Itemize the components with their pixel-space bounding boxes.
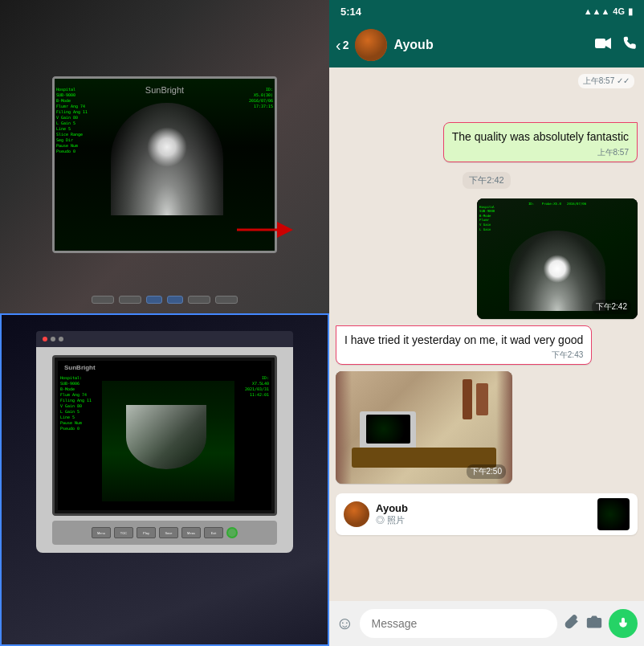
- avatar-image: [355, 29, 387, 61]
- avatar: [355, 29, 387, 61]
- contact-preview-info: Ayoub ◎ 照片: [376, 502, 408, 526]
- message-time-1: 上午8:57: [452, 147, 629, 158]
- top-ultrasound-photo: SunBright Hospital SUB-9000 B-Mode Flumr…: [0, 0, 329, 313]
- back-button[interactable]: ‹ 2: [336, 36, 348, 55]
- red-arrow: [233, 198, 297, 265]
- chat-header: ‹ 2 Ayoub: [329, 22, 644, 67]
- image-time-2: 下午2:50: [467, 464, 506, 479]
- svg-marker-1: [277, 222, 293, 238]
- device-top-bar: [36, 331, 293, 347]
- phone-call-icon[interactable]: [623, 36, 638, 55]
- brand-label-bottom: SunBright: [64, 364, 96, 371]
- screen-inner-bottom: SunBright Hospital: SUB-9006 B-Mode Flum…: [58, 361, 271, 510]
- us-image-bottom: [102, 381, 234, 501]
- data-right-top: ID: X5.0(30) 2016/07/06 17:37:15: [249, 87, 273, 109]
- screen-bezel-bottom: SunBright Hospital: SUB-9006 B-Mode Flum…: [52, 355, 277, 516]
- signal-bars-icon: ▲▲▲: [584, 6, 610, 16]
- ctrl-save: Save: [159, 527, 178, 538]
- device-top: SunBright Hospital SUB-9000 B-Mode Flumr…: [0, 0, 329, 313]
- timestamp-chip: 下午2:42: [463, 172, 510, 189]
- brand-label-top: SunBright: [145, 85, 184, 95]
- device-controls-top: [92, 296, 238, 304]
- status-icons: ▲▲▲ 4G ▮: [584, 6, 633, 17]
- contact-preview-sub: ◎ 照片: [376, 514, 408, 526]
- contact-preview-name: Ayoub: [376, 502, 408, 514]
- data-left-top: Hospital SUB-9000 B-Mode Flumr Ang 74 Fi…: [56, 87, 88, 154]
- network-type: 4G: [613, 6, 625, 16]
- svg-marker-3: [605, 38, 611, 49]
- us-mini-data-top: ID: Probe:X5.0 2016/07/06: [528, 202, 586, 206]
- attach-button[interactable]: [564, 614, 580, 634]
- video-call-icon[interactable]: [594, 37, 612, 54]
- whatsapp-panel: 5:14 ▲▲▲ 4G ▮ ‹ 2 Ayoub: [329, 0, 644, 646]
- device-main-bottom: SunBright Hospital: SUB-9006 B-Mode Flum…: [36, 347, 293, 553]
- message-text-3: I have tried it yesterday on me, it wad …: [344, 333, 583, 349]
- status-bar: 5:14 ▲▲▲ 4G ▮: [329, 0, 644, 22]
- data-left-bottom: Hospital: SUB-9006 B-Mode Flum Ang 74 Fi…: [60, 375, 92, 431]
- us-mini-data-left: Hospital SUB-9000 B-Mode Flumr V Gain L …: [479, 205, 495, 232]
- power-btn: [226, 527, 238, 538]
- svg-point-4: [592, 619, 597, 625]
- ctrl-tgc: TGC: [114, 527, 133, 538]
- back-chevron-icon: ‹: [336, 36, 341, 55]
- mic-button[interactable]: [609, 609, 638, 638]
- message-input[interactable]: [360, 609, 557, 638]
- image-time-1: 下午2:42: [592, 300, 631, 314]
- back-count: 2: [343, 39, 349, 51]
- us-image-top: [103, 95, 231, 215]
- ctrl-menu: Menu: [92, 527, 111, 538]
- contact-preview-thumb: [597, 498, 630, 530]
- message-time-3: 下午2:43: [344, 350, 583, 361]
- chat-area: 上午8:57 ✓✓ The quality was absolutely fan…: [329, 67, 644, 601]
- image-message-received[interactable]: 下午2:50 ›: [336, 371, 512, 484]
- contact-name: Ayoub: [393, 38, 588, 52]
- ctrl-meas: Meas: [181, 527, 201, 538]
- device-bottom: SunBright Hospital: SUB-9006 B-Mode Flum…: [2, 315, 328, 644]
- us-mini-bright-spot: [544, 255, 572, 283]
- message-text-1: The quality was absolutely fantastic: [452, 129, 629, 145]
- camera-button[interactable]: [586, 614, 602, 634]
- message-received-text: I have tried it yesterday on me, it wad …: [336, 325, 592, 366]
- bottom-controls: Menu TGC Play Save Meas Exit: [52, 521, 277, 545]
- svg-rect-2: [595, 39, 605, 48]
- header-icons: [594, 36, 638, 55]
- battery-icon: ▮: [628, 6, 633, 17]
- ctrl-exit: Exit: [204, 527, 223, 538]
- message-sent-text: The quality was absolutely fantastic 上午8…: [443, 122, 638, 162]
- bottom-ultrasound-photo: ✕ SunBright Hospital: SUB-9006 B-Mode Fl…: [0, 313, 329, 646]
- contact-preview: Ayoub ◎ 照片: [336, 493, 638, 535]
- chat-input-bar: ☺: [329, 601, 644, 646]
- ctrl-play: Play: [137, 527, 156, 538]
- contact-preview-avatar: [344, 501, 369, 527]
- data-right-bottom: ID: X7.5L40 2021/03/31 11:42:01: [245, 375, 269, 398]
- left-panel: SunBright Hospital SUB-9000 B-Mode Flumr…: [0, 0, 329, 646]
- image-message-sent[interactable]: Hospital SUB-9000 B-Mode Flumr V Gain L …: [477, 198, 638, 319]
- timestamp-top-right: 上午8:57 ✓✓: [578, 74, 634, 88]
- status-time: 5:14: [340, 6, 361, 18]
- emoji-button[interactable]: ☺: [336, 613, 353, 634]
